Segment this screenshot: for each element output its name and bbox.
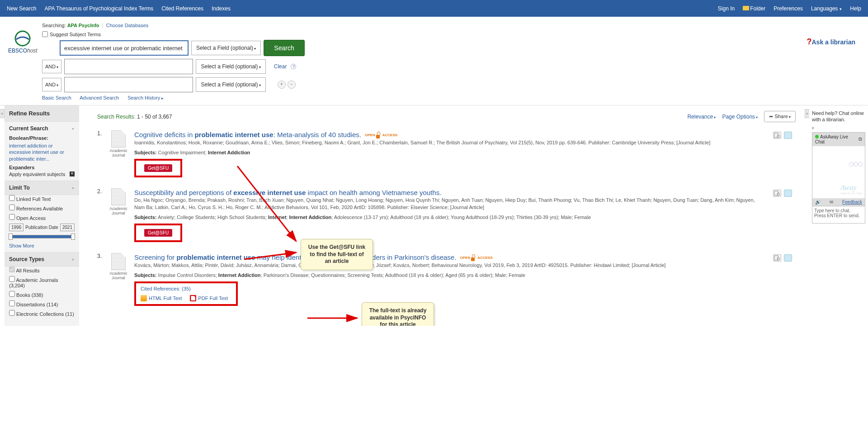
sort-relevance[interactable]: Relevance bbox=[687, 114, 716, 120]
search-input-1[interactable] bbox=[60, 40, 189, 56]
nav-folder[interactable]: Folder bbox=[743, 5, 765, 12]
pdf-icon bbox=[190, 295, 196, 301]
field-select-2[interactable]: Select a Field (optional) bbox=[196, 59, 265, 74]
nav-new-search[interactable]: New Search bbox=[7, 5, 36, 12]
chevron-down-icon: ⌄ bbox=[71, 256, 75, 262]
source-all-results[interactable]: All Results bbox=[9, 267, 75, 273]
search-input-3[interactable] bbox=[64, 77, 193, 92]
suggest-subject-checkbox[interactable] bbox=[42, 31, 48, 37]
source-types-header[interactable]: Source Types⌄ bbox=[5, 252, 79, 267]
result-title[interactable]: Cognitive deficits in problematic intern… bbox=[134, 131, 397, 138]
help-icon[interactable]: ? bbox=[291, 64, 296, 69]
sound-icon[interactable]: 🔊 bbox=[815, 200, 821, 205]
search-area: EBSCOhost ?Ask a librarian Searching: AP… bbox=[0, 17, 868, 105]
getsfu-highlight: Get@SFU bbox=[134, 224, 182, 242]
email-icon[interactable]: ✉ bbox=[830, 200, 833, 205]
add-folder-icon[interactable] bbox=[784, 190, 792, 197]
add-folder-icon[interactable] bbox=[784, 254, 792, 262]
open-access-icon bbox=[375, 132, 381, 138]
svg-point-8 bbox=[777, 257, 780, 260]
search-button[interactable]: Search bbox=[264, 40, 304, 56]
result-item: 1. Academic Journal Cognitive deficits i… bbox=[97, 130, 796, 177]
date-from[interactable]: 1996 bbox=[9, 224, 24, 231]
date-slider[interactable] bbox=[9, 235, 75, 238]
html-fulltext-link[interactable]: HTML Full Text bbox=[141, 295, 182, 301]
open-access-badge: OPEN bbox=[460, 256, 471, 260]
page-options[interactable]: Page Options bbox=[722, 114, 758, 120]
limit-to-header[interactable]: Limit To⌄ bbox=[5, 181, 79, 195]
callout-fulltext: The full-text is already available in Ps… bbox=[362, 302, 434, 326]
result-number: 3. bbox=[97, 253, 107, 306]
html-icon bbox=[141, 295, 147, 301]
limit-linked-fulltext[interactable]: Linked Full Text bbox=[9, 195, 75, 202]
preview-icon[interactable] bbox=[773, 190, 781, 197]
get-sfu-link[interactable]: Get@SFU bbox=[144, 229, 172, 237]
limit-open-access[interactable]: Open Access bbox=[9, 214, 75, 221]
field-select-1[interactable]: Select a Field (optional) bbox=[191, 41, 261, 55]
result-authors: Ioannidis, Konstantinos; Hook, Roxanne; … bbox=[134, 139, 764, 146]
nav-indexes[interactable]: Indexes bbox=[212, 5, 231, 12]
pub-date-label: Publication Date bbox=[25, 225, 58, 230]
source-books[interactable]: Books (338) bbox=[9, 291, 75, 298]
result-authors: Kovács, Márton; Makkos, Attila; Pintér, … bbox=[134, 262, 764, 269]
top-nav: New Search APA Thesaurus of Psychologica… bbox=[0, 0, 868, 17]
limit-references-available[interactable]: References Available bbox=[9, 205, 75, 211]
ask-librarian-link[interactable]: ?Ask a librarian bbox=[807, 37, 856, 47]
nav-thesaurus[interactable]: APA Thesaurus of Psychological Index Ter… bbox=[44, 5, 153, 12]
open-access-badge: ACCESS bbox=[382, 133, 397, 138]
remove-expander-button[interactable]: ✕ bbox=[70, 172, 75, 176]
search-input-2[interactable] bbox=[64, 59, 193, 74]
current-search-header[interactable]: Current Search⌄ bbox=[5, 122, 79, 135]
collapse-right-panel[interactable]: » bbox=[805, 109, 809, 118]
search-phrase-link[interactable]: internet addiction or excessive internet… bbox=[9, 143, 75, 162]
add-row-button[interactable]: + bbox=[278, 81, 286, 89]
result-subjects: Subjects: Anxiety; College Students; Hig… bbox=[134, 214, 764, 220]
result-title[interactable]: Susceptibility and perceptions of excess… bbox=[134, 189, 441, 196]
collapse-left-panel[interactable]: « bbox=[0, 109, 5, 118]
logo-icon bbox=[14, 30, 31, 47]
show-more-link[interactable]: Show More bbox=[9, 243, 75, 248]
preview-icon[interactable] bbox=[773, 254, 781, 262]
remove-row-button[interactable]: − bbox=[288, 81, 296, 89]
result-item: 3. Academic Journal Screening for proble… bbox=[97, 253, 796, 306]
logo[interactable]: EBSCOhost bbox=[8, 30, 38, 54]
source-dissertations[interactable]: Dissertations (114) bbox=[9, 300, 75, 307]
clear-link[interactable]: Clear bbox=[274, 63, 287, 70]
search-history-link[interactable]: Search History bbox=[127, 95, 164, 100]
svg-point-6 bbox=[777, 193, 780, 195]
results-area: Search Results: 1 - 50 of 3,667 Relevanc… bbox=[79, 105, 805, 326]
source-electronic-collections[interactable]: Electronic Collections (11) bbox=[9, 310, 75, 317]
open-access-badge: OPEN bbox=[365, 133, 375, 138]
pdf-fulltext-link[interactable]: PDF Full Text bbox=[190, 295, 228, 301]
document-icon bbox=[111, 130, 126, 148]
advanced-search-link[interactable]: Advanced Search bbox=[80, 95, 119, 100]
add-folder-icon[interactable] bbox=[784, 132, 792, 139]
svg-point-2 bbox=[777, 135, 780, 138]
source-academic-journals[interactable]: Academic Journals (3,204) bbox=[9, 276, 75, 288]
nav-cited-refs[interactable]: Cited References bbox=[161, 5, 203, 12]
field-select-3[interactable]: Select a Field (optional) bbox=[196, 77, 265, 92]
get-sfu-link[interactable]: Get@SFU bbox=[144, 164, 172, 172]
result-number: 2. bbox=[97, 188, 107, 242]
chat-input[interactable]: Type here to chat. Press ENTER to send. bbox=[812, 206, 865, 223]
preview-icon[interactable] bbox=[773, 132, 781, 139]
nav-preferences[interactable]: Preferences bbox=[774, 5, 803, 12]
nav-languages[interactable]: Languages bbox=[811, 5, 842, 12]
cited-references-link[interactable]: Cited References: (35) bbox=[139, 286, 228, 291]
share-button[interactable]: Share bbox=[764, 111, 796, 122]
results-range: 1 - 50 of 3,667 bbox=[137, 114, 172, 120]
choose-databases-link[interactable]: Choose Databases bbox=[106, 23, 149, 28]
boolean-select-2[interactable]: AND bbox=[42, 60, 61, 73]
callout-getsfu: Use the Get@SFU link to find the full-te… bbox=[301, 239, 373, 270]
nav-signin[interactable]: Sign In bbox=[718, 5, 735, 12]
popout-icon[interactable]: ⧉ bbox=[859, 136, 862, 142]
open-access-icon bbox=[470, 255, 476, 261]
feedback-link[interactable]: Feedback bbox=[842, 200, 862, 205]
chat-title-bar: AskAway Live Chat ⧉ bbox=[812, 133, 865, 146]
result-subjects: Subjects: Impulse Control Disorders; Int… bbox=[134, 272, 764, 278]
basic-search-link[interactable]: Basic Search bbox=[42, 95, 71, 100]
boolean-select-3[interactable]: AND bbox=[42, 78, 61, 91]
nav-help[interactable]: Help bbox=[850, 5, 861, 12]
date-to[interactable]: 2021 bbox=[60, 224, 75, 231]
document-icon bbox=[111, 188, 126, 205]
